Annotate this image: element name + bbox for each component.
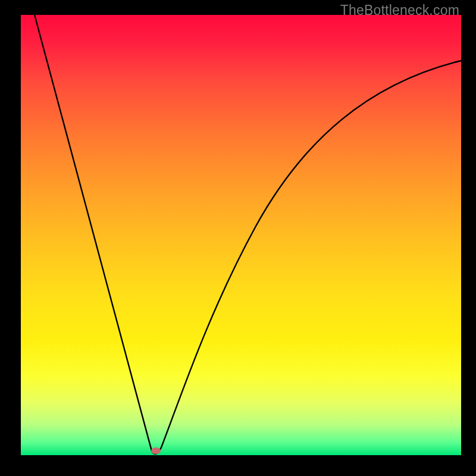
optimal-point-marker	[151, 447, 161, 454]
bottleneck-curve	[0, 0, 476, 476]
curve-path	[34, 12, 461, 454]
